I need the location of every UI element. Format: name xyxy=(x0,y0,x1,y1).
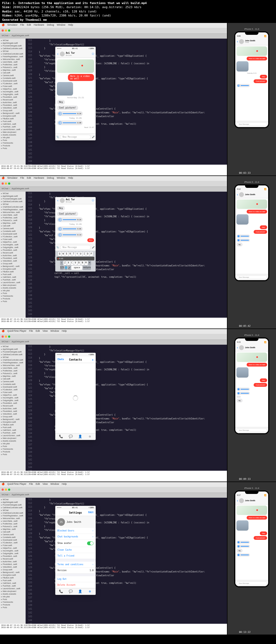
calls-tab[interactable]: 📞 xyxy=(59,435,63,439)
info-icon[interactable]: ⓘ xyxy=(92,52,94,55)
chat-nav[interactable]: ‹ Avi TarOnline ⓘ xyxy=(55,50,96,58)
file-info-header: File: 1. Introduction to the application… xyxy=(0,0,276,23)
chat-bg-row[interactable]: Chat backgrounds› xyxy=(55,534,96,540)
clean-cache-row[interactable]: Clean Cache xyxy=(55,547,96,553)
mic-icon[interactable]: 🎤 xyxy=(92,136,95,138)
iphone-device: iPhone X - 11.4 9:09📶 ‹John SmithOnline … xyxy=(227,23,276,175)
close-icon[interactable] xyxy=(2,29,4,32)
simulator-settings[interactable]: ••••09:41⚡100% SettingsEdit JS John Smit… xyxy=(55,506,96,595)
user-avatar: JS xyxy=(57,518,65,526)
tell-friend-row[interactable]: Tell a Friend xyxy=(55,553,96,559)
xcode-tabs[interactable]: WChat ›AppDelegate.swift xyxy=(0,34,227,39)
message-bubble: Hey xyxy=(57,100,65,104)
show-avatar-row[interactable]: Show avatar xyxy=(55,540,96,547)
back-icon[interactable]: ‹ xyxy=(57,52,59,56)
blocked-users-row[interactable]: Blocked Users› xyxy=(55,528,96,534)
loading-spinner xyxy=(73,395,78,401)
audio-recording-bar[interactable]: 0:03 xyxy=(57,257,94,260)
toggle-switch[interactable] xyxy=(87,541,94,545)
menubar[interactable]: 🍎SimulatorFileEditHardwareDebugWindowHel… xyxy=(0,23,227,28)
thumbnail-grid: 🍎SimulatorFileEditHardwareDebugWindowHel… xyxy=(0,23,276,635)
thumb-row-4: 🍎QuickTime PlayerFileEditViewWindowHelp … xyxy=(0,482,276,635)
menubar[interactable]: 🍎SimulatorFileEditHardwareDebugWindowHel… xyxy=(0,176,227,181)
message-input[interactable]: New Message xyxy=(60,135,91,139)
settings-tab[interactable]: ⚙ xyxy=(88,435,92,439)
code-editor[interactable]: 1111121131141151161171181191201211221231… xyxy=(26,39,227,165)
simulator-overlay[interactable]: ••••09:41⚡100% ‹ Avi TarOnline ⓘ Here is… xyxy=(55,47,96,140)
play-icon[interactable]: ▶ xyxy=(58,112,62,115)
back-icon[interactable]: ‹ xyxy=(237,40,238,43)
audio-message[interactable]: ▶0:26 xyxy=(57,111,83,116)
simulator-contacts[interactable]: ••••09:41⚡100% Chats Contacts + 📞 💬 👤 ⚙ xyxy=(55,353,96,440)
version-row: Version1.0 xyxy=(55,568,96,574)
xcode-window: 🍎SimulatorFileEditHardwareDebugWindowHel… xyxy=(0,176,227,328)
ios-keyboard[interactable]: QWERTYUIOP 0:03 ⇧ZXCVBNM⌫ 123🌐🎤spaceretu… xyxy=(55,251,96,272)
logout-row[interactable]: Log Out xyxy=(55,576,96,582)
image-message[interactable] xyxy=(57,82,73,96)
add-icon[interactable]: + xyxy=(92,358,94,361)
xcode-toolbar[interactable] xyxy=(0,28,227,34)
edit-button[interactable]: Edit xyxy=(88,511,94,514)
avatar xyxy=(60,52,65,56)
contacts-header: Chats Contacts + xyxy=(55,357,96,363)
contacts-tab[interactable]: 👤 xyxy=(78,435,82,439)
message-bubble: Here is a video as well xyxy=(68,74,94,81)
minimize-icon[interactable] xyxy=(5,29,7,32)
map-message[interactable] xyxy=(57,59,94,73)
simulator-overlay[interactable]: ‹Avi TarOnlineⓘ Hey Cool picture! ▶0:26 … xyxy=(55,197,96,272)
console-output[interactable]: 2018-06-07 19:41:36.510799+0300 WChat[89… xyxy=(0,165,227,175)
thumb-row-1: 🍎SimulatorFileEditHardwareDebugWindowHel… xyxy=(0,23,276,175)
thumb-row-3: 🍎QuickTime PlayerFileEditViewWindowHelp … xyxy=(0,329,276,482)
audio-message[interactable]: ▶0:08 xyxy=(57,120,83,125)
message-bubble: Cool picture! xyxy=(57,106,78,110)
terms-row[interactable]: Terms and conditions› xyxy=(55,562,96,568)
zoom-icon[interactable] xyxy=(8,29,10,32)
delete-account-row[interactable]: Delete Account xyxy=(55,582,96,588)
xcode-window: 🍎SimulatorFileEditHardwareDebugWindowHel… xyxy=(0,23,227,175)
tab-bar[interactable]: 📞 💬 👤 ⚙ xyxy=(55,433,96,440)
message-input-bar[interactable]: 📎 New Message 🎤 xyxy=(55,133,96,140)
thumb-row-2: 🍎SimulatorFileEditHardwareDebugWindowHel… xyxy=(0,176,276,328)
chats-tab[interactable]: 💬 xyxy=(68,435,73,439)
play-icon[interactable]: ▶ xyxy=(58,121,62,124)
project-navigator[interactable]: WChatAppDelegate.swiftProviderDelegate.s… xyxy=(0,39,26,165)
attach-icon[interactable]: 📎 xyxy=(56,136,59,138)
